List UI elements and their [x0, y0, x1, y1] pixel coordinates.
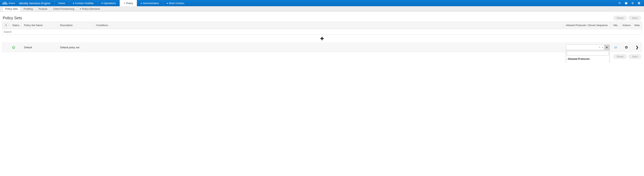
play-icon[interactable]: [631, 2, 634, 5]
nav-admin-label: Administration: [143, 2, 159, 5]
nav-home[interactable]: Home: [54, 0, 69, 6]
caret-down-icon: ▼: [124, 2, 125, 4]
caret-up-icon[interactable]: ▲: [601, 45, 604, 50]
app-title: Identity Services Engine: [17, 1, 54, 5]
help-icon[interactable]: [625, 2, 628, 5]
nav-administration[interactable]: ▶Administration: [137, 0, 163, 6]
col-view: View: [632, 22, 642, 28]
tab-policy-sets[interactable]: Policy Sets: [2, 6, 21, 11]
col-conditions: Conditions: [94, 22, 564, 28]
page-title: Policy Sets: [3, 16, 22, 20]
nav-work-centers[interactable]: ▶Work Centers: [163, 0, 188, 6]
caret-right-icon: ▶: [167, 2, 168, 4]
nav-policy[interactable]: ▼Policy: [120, 0, 137, 6]
row-description: Default policy set: [58, 44, 94, 50]
footer-buttons: Reset Save: [2, 52, 642, 61]
table-row: Default Default policy set ✕ ▲ + Allowed…: [2, 42, 642, 52]
col-description: Description: [58, 22, 94, 28]
protocols-select[interactable]: ✕ ▲ +: [566, 45, 610, 50]
caret-right-icon: ▶: [102, 2, 103, 4]
tab-posture[interactable]: Posture: [36, 6, 50, 11]
col-protocols: Allowed Protocols / Server Sequence: [564, 22, 611, 28]
col-actions: Actions: [620, 22, 632, 28]
protocols-combo: ✕ ▲ + Allowed Protocols Default Network …: [566, 45, 610, 50]
caret-right-icon: ▶: [73, 2, 74, 4]
sub-nav: Policy Sets Profiling Posture Client Pro…: [0, 6, 644, 12]
add-policy-button[interactable]: +: [4, 23, 8, 27]
caret-right-icon: ▶: [141, 2, 142, 4]
gear-icon[interactable]: [638, 2, 640, 5]
tab-profiling[interactable]: Profiling: [21, 6, 36, 11]
save-button-footer[interactable]: Save: [628, 54, 641, 59]
header-buttons: Reset Save: [613, 15, 641, 20]
search-row: [2, 29, 642, 35]
save-button[interactable]: Save: [628, 15, 641, 20]
add-column: +: [2, 22, 10, 28]
main-nav: Home ▶Context Visibility ▶Operations ▼Po…: [54, 0, 615, 6]
tab-policy-elements-label: Policy Elements: [82, 7, 100, 10]
search-icon[interactable]: [618, 2, 621, 5]
caret-right-icon: ▶: [80, 8, 81, 10]
dropdown-item-default-network-access[interactable]: Default Network Access: [566, 61, 610, 63]
dropdown-section-allowed: Allowed Protocols: [566, 56, 610, 61]
cisco-logo-icon: [2, 2, 8, 4]
protocols-dropdown: Allowed Protocols Default Network Access…: [566, 50, 610, 63]
col-hits: Hits: [611, 22, 620, 28]
add-row-button[interactable]: ✚: [2, 35, 642, 42]
table-header: + Status Policy Set Name Description Con…: [2, 22, 642, 29]
logo-text: cisco: [8, 2, 15, 4]
page-content: Policy Sets Reset Save + Status Policy S…: [0, 12, 644, 63]
tab-policy-elements[interactable]: ▶Policy Elements: [77, 6, 103, 11]
nav-context-visibility[interactable]: ▶Context Visibility: [69, 0, 98, 6]
col-status: Status: [10, 22, 22, 28]
nav-policy-label: Policy: [126, 2, 133, 5]
top-bar: cisco Identity Services Engine Home ▶Con…: [0, 0, 644, 6]
clear-icon[interactable]: ✕: [598, 45, 601, 50]
search-input[interactable]: [2, 29, 642, 35]
status-enabled-icon: [12, 46, 15, 49]
reset-button[interactable]: Reset: [613, 15, 627, 20]
nav-operations-label: Operations: [104, 2, 116, 5]
hits-value: 10: [614, 46, 617, 49]
cisco-logo: cisco: [0, 2, 17, 4]
page-header: Policy Sets Reset Save: [2, 14, 642, 22]
protocols-input[interactable]: [566, 45, 598, 50]
dropdown-search-wrap: [566, 50, 610, 56]
reset-button-footer[interactable]: Reset: [613, 54, 627, 59]
view-arrow-icon[interactable]: ❯: [636, 45, 638, 49]
top-icons: [615, 2, 644, 5]
dropdown-search-input[interactable]: [567, 51, 609, 55]
row-gear-icon[interactable]: ✿: [625, 45, 628, 49]
nav-operations[interactable]: ▶Operations: [98, 0, 120, 6]
add-protocol-button[interactable]: +: [604, 45, 610, 50]
col-name: Policy Set Name: [22, 22, 58, 28]
row-name: Default: [22, 44, 58, 50]
nav-context-label: Context Visibility: [75, 2, 94, 5]
tab-client-provisioning[interactable]: Client Provisioning: [50, 6, 77, 11]
nav-work-label: Work Centers: [169, 2, 184, 5]
